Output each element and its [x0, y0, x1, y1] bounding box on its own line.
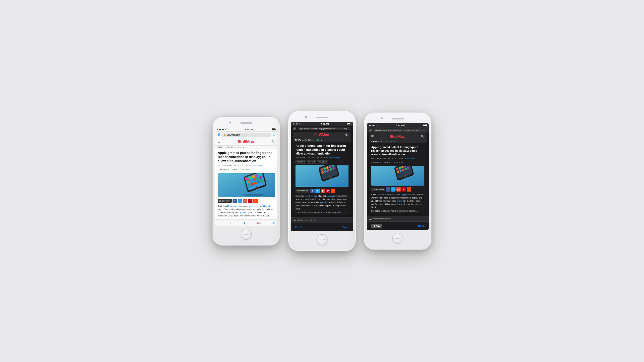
tab-gp-3[interactable]: g+ [396, 187, 401, 192]
tab-link-granted-2[interactable]: granted [321, 201, 328, 204]
tab-link-filed-2[interactable]: filed [305, 195, 308, 197]
tab-fb-3[interactable]: f [386, 187, 390, 192]
tab-rd-2[interactable]: r [331, 189, 335, 193]
article-body-1: Apple has filed a number of patent appli… [218, 205, 275, 217]
article-image-1 [218, 173, 275, 197]
close-btn-3[interactable]: ✕ [369, 129, 372, 132]
screen-1: ∿ 9:41 AM ☰ 🔒 9to5mac.com ↻ ☰ 9to5Mac 🔍 [216, 127, 277, 226]
speaker-1 [240, 122, 252, 124]
search-icon-1[interactable]: 🔍 [272, 140, 275, 143]
logo-2: 9to5Mac [300, 133, 343, 137]
tab-pi-3[interactable]: P [402, 187, 406, 192]
bookmarks-btn-1[interactable]: 📖 [257, 221, 261, 225]
tab-comments-3[interactable]: 19 Comments [371, 188, 385, 191]
menu-icon-2[interactable]: ☰ [296, 133, 298, 137]
share-bar-1: 18 Comments f t g+ P r [218, 199, 275, 203]
back-btn-1[interactable]: ‹ [218, 221, 218, 225]
tab-tw-2[interactable]: t [316, 189, 320, 193]
safari-toolbar-1: ‹ › ⬆ 📖 ⧉ [216, 219, 277, 226]
tab-author-2: Ben Lovejoy · Feb. 28th 2017 4:12 am PT [296, 157, 328, 159]
refresh-icon-1[interactable]: ↻ [272, 133, 275, 137]
camera-dot-2 [305, 116, 307, 118]
menu-icon-1[interactable]: ☰ [218, 140, 220, 143]
tab-gp-2[interactable]: g+ [320, 189, 325, 193]
gplus-share-1[interactable]: g+ [243, 199, 247, 203]
tab-body-extra-3: In addition to allowing Apple to elimina… [371, 210, 424, 212]
new-tab-btn-3[interactable]: + [399, 223, 401, 228]
dot1 [218, 129, 218, 130]
twitter-share-1[interactable]: t [238, 199, 242, 203]
done-btn-3[interactable]: Done [418, 224, 425, 227]
body-link-granted-1[interactable]: granted [240, 211, 246, 214]
pinterest-share-1[interactable]: P [248, 199, 252, 203]
tab-link-apps-3[interactable]: applications [402, 194, 413, 196]
tab-pi-2[interactable]: P [326, 189, 330, 193]
home-button-3[interactable]: TOUCH ID [392, 233, 403, 244]
tag-touchid-1[interactable]: TOUCH ID [240, 168, 251, 171]
tab-link-filed-3[interactable]: filed [380, 194, 384, 196]
tag-patent-2[interactable]: PATENT [307, 160, 316, 163]
tab-link-granted-3[interactable]: granted [397, 200, 404, 202]
share-btn-toolbar-1[interactable]: ⬆ [243, 221, 246, 225]
battery-fill-1 [272, 129, 274, 130]
tag-iphone8-3[interactable]: IPHONE 8 [371, 161, 382, 164]
done-btn-2[interactable]: Done [342, 226, 349, 229]
tab-fb-2[interactable]: f [310, 189, 315, 193]
reddit-share-1[interactable]: r [253, 199, 258, 203]
url-field-1[interactable]: 🔒 9to5mac.com [222, 133, 271, 137]
private-btn-3[interactable]: Private [371, 224, 382, 228]
tab-rd-3[interactable]: r [407, 187, 411, 192]
dot5-3 [374, 125, 376, 126]
tag-patent-1[interactable]: PATENT [230, 168, 239, 171]
battery-area-2 [347, 123, 351, 125]
hamburger-icon-1[interactable]: ☰ [218, 133, 220, 137]
tab-tw-3[interactable]: t [391, 187, 396, 192]
dot3 [220, 129, 221, 130]
icloud-icon-2: ☁ [294, 219, 296, 222]
new-tab-btn-2[interactable]: + [322, 225, 324, 230]
tag-touchid-3[interactable]: TOUCH ID [393, 161, 404, 164]
body-link-apps-1[interactable]: applications [249, 205, 259, 207]
search-icon-2[interactable]: 🔍 [345, 133, 348, 137]
lock-icon-1: 🔒 [224, 134, 226, 136]
private-btn-2[interactable]: Private [295, 226, 303, 229]
tag-iphone8-1[interactable]: IPHONE 8 [218, 168, 228, 171]
tag-iphone8-2[interactable]: IPHONE 8 [296, 160, 306, 163]
tab-twitter-2[interactable]: @benlovejoy [329, 157, 340, 159]
tab-image-2 [296, 165, 348, 187]
body-link-diff-1[interactable]: different [262, 205, 270, 207]
body-link-filed-1[interactable]: filed [227, 205, 231, 207]
comments-btn-1[interactable]: 18 Comments [218, 199, 232, 203]
home-button-2[interactable]: TOUCH ID [316, 234, 328, 245]
tab-link-number-2[interactable]: number [311, 195, 318, 197]
time-2: 9:41 AM [320, 123, 329, 125]
tab-meta-3: Ben Lovejoy · Feb. 28th 2017 4:12 am PT … [371, 157, 424, 159]
speaker-2 [316, 117, 328, 118]
tabs-btn-1[interactable]: ⧉ [273, 221, 275, 225]
tab-url-2[interactable]: Apple granted patent for fingerprint rea… [298, 127, 351, 130]
ticker-arrow-1: ▲ [243, 146, 244, 148]
tab-card-3[interactable]: ☰ 9to5Mac 🔍 TODAY AAPL: 137.17 +0.24 ▲ A… [369, 133, 426, 214]
tab-close-btn-2[interactable]: ✕ [293, 127, 296, 130]
url-display-3[interactable]: 9to5Mac: Apple News & Mac Rumors Breakin… [373, 129, 426, 132]
tab-twitter-3[interactable]: @benlovejoy [405, 157, 415, 159]
body-link-number-1[interactable]: number [233, 205, 240, 207]
tab-title-2: Apple granted patent for fingerprint rea… [296, 144, 348, 155]
tab-link-number-3[interactable]: number [386, 194, 393, 196]
urlbar-1[interactable]: ☰ 🔒 9to5mac.com ↻ [216, 132, 277, 138]
forward-btn-1[interactable]: › [230, 221, 231, 225]
facebook-share-1[interactable]: f [232, 199, 237, 203]
tab-comments-2[interactable]: 18 Comments [296, 189, 310, 193]
dot4 [222, 129, 222, 130]
twitter-link-1[interactable]: @benlovejoy [252, 164, 262, 166]
search-icon-3[interactable]: 🔍 [421, 135, 424, 138]
tab-link-apps-2[interactable]: applications [326, 195, 337, 197]
tag-patent-3[interactable]: PATENT [383, 161, 392, 164]
battery-tip-3 [426, 125, 427, 126]
home-button-1[interactable]: TOUCH ID [241, 229, 252, 240]
tag-touchid-2[interactable]: TOUCH ID [317, 160, 328, 163]
menu-icon-3[interactable]: ☰ [371, 135, 374, 138]
dot5-2 [299, 123, 300, 124]
tab-card-2[interactable]: ☰ 9to5Mac 🔍 TODAY AAPL: 137.11 +0.18 ▲ A… [293, 132, 351, 215]
touch-id-label-1: TOUCH ID [243, 234, 250, 235]
